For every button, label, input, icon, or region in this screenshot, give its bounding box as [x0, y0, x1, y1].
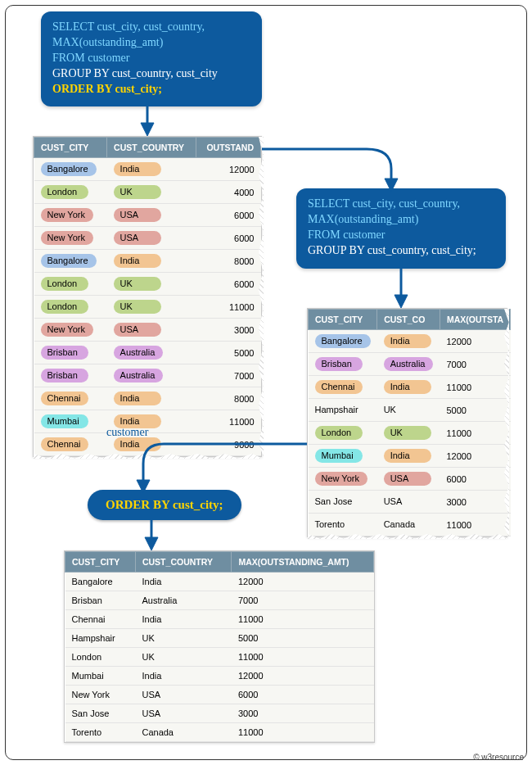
table-row: New York USA 6000 [309, 468, 511, 491]
table-row: Brisban Australia 7000 [65, 591, 374, 610]
cell-city: Brisban [41, 346, 88, 360]
svg-marker-2 [385, 179, 398, 192]
cell-amt: 6000 [232, 686, 374, 704]
svg-marker-1 [141, 123, 154, 136]
cell-city: Brisban [41, 369, 88, 382]
cell-amt: 3000 [440, 491, 510, 514]
cell-amt: 5000 [440, 399, 510, 422]
cell-city: London [41, 185, 88, 199]
cell-amt: 7000 [196, 364, 261, 387]
col-header: CUST_CITY [65, 552, 136, 573]
cell-city: Chennai [65, 610, 136, 629]
cell-city: Bangalore [65, 573, 136, 591]
table-row: Chennai India 11000 [65, 610, 374, 629]
col-header: MAX(OUTSTANDING_AMT) [232, 552, 374, 573]
svg-marker-7 [145, 537, 158, 550]
table-row: Mumbai India 12000 [309, 445, 511, 468]
table-row: New York USA 6000 [34, 227, 261, 250]
table-groupby-result: CUST_CITY CUST_CO MAX(OUTSTA Bangalore I… [307, 308, 507, 537]
cell-country: India [114, 254, 161, 268]
cell-amt: 6000 [440, 468, 510, 491]
col-header: CUST_COUNTRY [135, 552, 231, 573]
cell-country: USA [114, 231, 161, 245]
col-header: MAX(OUTSTA [440, 310, 510, 330]
cell-amt: 12000 [232, 667, 374, 686]
col-header: CUST_CITY [309, 310, 377, 330]
arrow-icon [385, 257, 417, 308]
table-customer-raw: CUST_CITY CUST_COUNTRY OUTSTAND Bangalor… [33, 136, 262, 457]
cell-city: Chennai [315, 380, 363, 394]
cell-amt: 8000 [196, 250, 261, 273]
table-row: Brisban Australia 5000 [34, 342, 261, 364]
cell-amt: 11000 [440, 376, 510, 399]
table-row: San Jose USA 3000 [309, 491, 511, 514]
cell-amt: 12000 [440, 445, 510, 468]
table-row: Torento Canada 11000 [309, 514, 511, 536]
cell-country: India [114, 392, 161, 405]
cell-country: India [135, 667, 231, 686]
cell-country: USA [114, 323, 161, 337]
table-row: Hampshair UK 5000 [309, 399, 511, 422]
cell-country: Australia [384, 357, 434, 371]
cell-amt: 7000 [440, 353, 510, 376]
cell-country: USA [114, 208, 161, 222]
table-row: London UK 6000 [34, 273, 261, 296]
table-row: Brisban Australia 7000 [309, 353, 511, 376]
cell-amt: 5000 [232, 629, 374, 648]
cell-country: Canada [135, 723, 231, 742]
cell-amt: 8000 [196, 387, 261, 410]
cell-country: UK [384, 426, 431, 440]
cell-city: London [41, 277, 88, 291]
cell-amt: 3000 [232, 704, 374, 723]
svg-marker-5 [137, 480, 150, 493]
arrow-icon [260, 144, 408, 193]
cell-country: USA [384, 495, 431, 509]
cell-amt: 12000 [440, 330, 510, 353]
cell-country: Australia [114, 346, 164, 360]
sql-pill-text: ORDER BY cust_city; [106, 498, 223, 511]
cell-amt: 12000 [232, 573, 374, 591]
cell-amt: 5000 [196, 342, 261, 364]
table-row: London UK 11000 [309, 422, 511, 445]
cell-amt: 11000 [232, 648, 374, 667]
arrow-icon [135, 518, 168, 550]
sql-line: FROM customer [308, 228, 494, 243]
sql-line: SELECT cust_city, cust_country, [308, 197, 494, 212]
cell-amt: 7000 [232, 591, 374, 610]
cell-city: Chennai [41, 437, 89, 451]
table-row: Bangalore India 12000 [34, 158, 261, 181]
cell-country: India [384, 334, 431, 348]
table-row: London UK 11000 [65, 648, 374, 667]
cell-city: New York [315, 472, 367, 486]
arrow-icon [115, 442, 311, 500]
cell-country: Australia [114, 369, 164, 382]
cell-city: London [41, 300, 88, 314]
table-row: Hampshair UK 5000 [65, 629, 374, 648]
cell-city: San Jose [315, 495, 363, 509]
cell-city: New York [41, 231, 93, 245]
sql-line: MAX(outstanding_amt) [52, 35, 250, 51]
cell-amt: 6000 [196, 227, 261, 250]
cell-country: USA [135, 704, 231, 723]
sql-box-groupby-query: SELECT cust_city, cust_country, MAX(outs… [296, 188, 506, 269]
table-row: New York USA 6000 [65, 686, 374, 704]
table-row: London UK 4000 [34, 181, 261, 204]
cell-city: Bangalore [315, 334, 371, 348]
cell-city: Mumbai [65, 667, 136, 686]
cell-country: Australia [135, 591, 231, 610]
cell-country: USA [135, 686, 231, 704]
cell-amt: 11000 [196, 410, 261, 433]
table-row: New York USA 3000 [34, 319, 261, 342]
col-header: CUST_COUNTRY [107, 138, 196, 158]
table-row: San Jose USA 3000 [65, 704, 374, 723]
cell-city: Torento [65, 723, 136, 742]
col-header: CUST_CO [377, 310, 440, 330]
cell-country: India [384, 449, 431, 463]
cell-city: Brisban [65, 591, 136, 610]
cell-city: San Jose [65, 704, 136, 723]
cell-country: India [384, 380, 431, 394]
col-header: CUST_CITY [34, 138, 107, 158]
cell-amt: 11000 [440, 514, 510, 536]
sql-box-full-query: SELECT cust_city, cust_country, MAX(outs… [41, 11, 262, 106]
cell-city: Hampshair [65, 629, 136, 648]
